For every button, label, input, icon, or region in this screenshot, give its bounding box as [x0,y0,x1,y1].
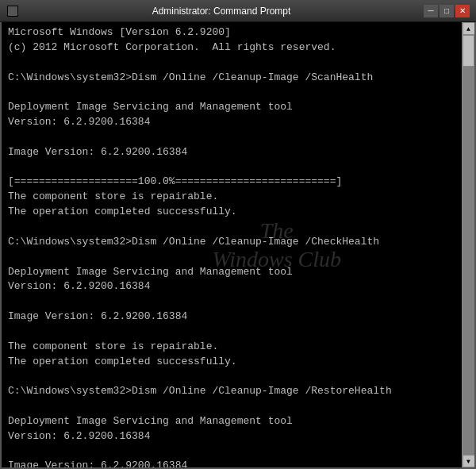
scroll-up-button[interactable]: ▲ [463,22,475,35]
scrollbar[interactable]: ▲ ▼ [462,22,474,467]
scrollbar-thumb[interactable] [463,35,474,67]
svg-rect-1 [8,6,13,11]
terminal-output[interactable]: Microsoft Windows [Version 6.2.9200](c) … [2,22,474,467]
svg-rect-3 [8,11,13,16]
minimize-button[interactable]: ─ [424,5,438,17]
window-title: Administrator: Command Prompt [19,6,424,17]
svg-rect-4 [13,11,17,16]
svg-rect-2 [13,6,17,11]
window-controls: ─ □ ✕ [424,5,470,17]
scrollbar-track[interactable] [463,35,474,455]
title-bar: Administrator: Command Prompt ─ □ ✕ [0,0,476,22]
cmd-window: Microsoft Windows [Version 6.2.9200](c) … [0,22,476,469]
scroll-down-button[interactable]: ▼ [463,455,475,467]
maximize-button[interactable]: □ [440,5,454,17]
close-button[interactable]: ✕ [455,5,470,17]
app-icon [6,5,19,17]
